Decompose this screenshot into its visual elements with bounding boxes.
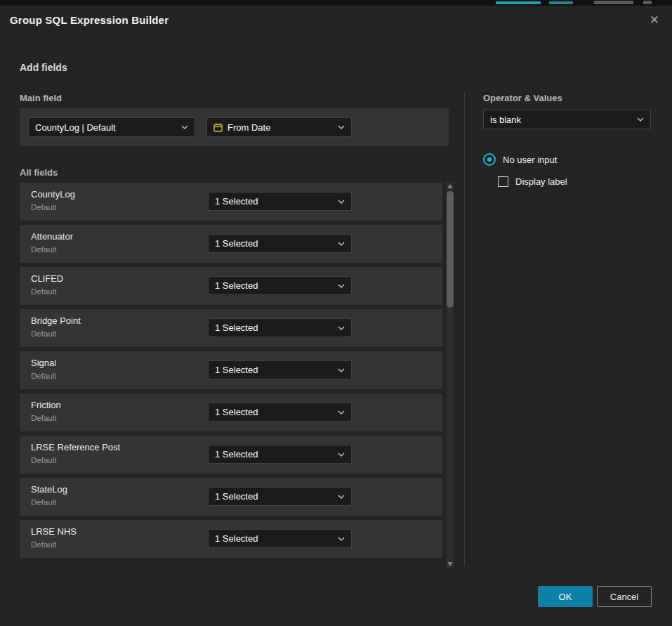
radio-selected-icon — [483, 153, 496, 166]
field-selected-dropdown[interactable]: 1 Selected — [208, 276, 352, 295]
field-name: Attenuator — [31, 231, 73, 242]
scroll-up-icon[interactable] — [447, 184, 453, 188]
field-selected-value: 1 Selected — [215, 449, 258, 459]
chevron-down-icon — [181, 125, 188, 129]
chevron-down-icon — [338, 537, 345, 541]
main-field-panel: CountyLog | Default From Date — [20, 108, 449, 146]
field-row-lrse-nhs[interactable]: LRSE NHS Default 1 Selected — [20, 520, 442, 558]
field-name: Signal — [31, 358, 56, 368]
field-subtitle: Default — [31, 456, 56, 464]
background-artifact — [643, 1, 652, 4]
field-subtitle: Default — [31, 540, 56, 549]
field-selected-dropdown[interactable]: 1 Selected — [208, 234, 352, 253]
background-artifact — [496, 1, 541, 4]
checkbox-unchecked-icon — [498, 176, 508, 187]
field-selected-value: 1 Selected — [215, 238, 258, 249]
chevron-down-icon — [338, 242, 345, 246]
group-sql-expression-builder-dialog: Group SQL Expression Builder ✕ Add field… — [0, 6, 672, 626]
scrollbar-thumb[interactable] — [447, 191, 454, 308]
scroll-down-icon[interactable] — [447, 562, 453, 566]
field-row-lrse-reference-post[interactable]: LRSE Reference Post Default 1 Selected — [20, 436, 442, 474]
main-field-label: Main field — [20, 93, 62, 103]
cancel-button[interactable]: Cancel — [597, 586, 652, 607]
field-selected-value: 1 Selected — [215, 533, 258, 544]
operator-value: is blank — [490, 115, 521, 125]
chevron-down-icon — [338, 326, 345, 330]
main-field-date-dropdown[interactable]: From Date — [206, 117, 352, 137]
field-row-clifed[interactable]: CLIFED Default 1 Selected — [20, 267, 442, 305]
chevron-down-icon — [338, 284, 345, 288]
field-subtitle: Default — [31, 414, 56, 422]
field-subtitle: Default — [31, 245, 56, 254]
field-selected-dropdown[interactable]: 1 Selected — [208, 487, 352, 506]
chevron-down-icon — [338, 495, 345, 499]
field-subtitle: Default — [31, 372, 56, 380]
add-fields-heading: Add fields — [20, 62, 67, 73]
field-selected-dropdown[interactable]: 1 Selected — [208, 360, 352, 379]
field-selected-value: 1 Selected — [215, 322, 258, 333]
field-name: StateLog — [31, 484, 67, 495]
field-name: CLIFED — [31, 273, 63, 284]
chevron-down-icon — [338, 125, 345, 129]
field-selected-value: 1 Selected — [215, 196, 258, 207]
main-field-date-value: From Date — [228, 122, 270, 133]
field-name: LRSE NHS — [31, 526, 77, 537]
background-artifact — [549, 1, 573, 4]
dialog-header: Group SQL Expression Builder ✕ — [0, 6, 672, 35]
field-selected-dropdown[interactable]: 1 Selected — [208, 318, 352, 337]
chevron-down-icon — [338, 368, 345, 372]
dialog-title: Group SQL Expression Builder — [10, 14, 169, 26]
display-label-checkbox[interactable]: Display label — [498, 176, 567, 187]
close-icon[interactable]: ✕ — [647, 11, 662, 29]
fields-scrollbar[interactable] — [447, 183, 454, 568]
no-user-input-label: No user input — [503, 155, 557, 165]
field-selected-dropdown[interactable]: 1 Selected — [208, 529, 352, 548]
chevron-down-icon — [637, 117, 644, 122]
background-app-strip — [0, 0, 672, 6]
field-name: Friction — [31, 400, 61, 410]
field-subtitle: Default — [31, 330, 56, 338]
operator-dropdown[interactable]: is blank — [483, 110, 651, 129]
main-field-source-value: CountyLog | Default — [35, 122, 116, 133]
field-name: LRSE Reference Post — [31, 442, 120, 452]
field-subtitle: Default — [31, 203, 56, 211]
field-subtitle: Default — [31, 287, 56, 296]
field-selected-value: 1 Selected — [215, 407, 258, 417]
display-label-label: Display label — [515, 176, 567, 187]
field-row-countylog[interactable]: CountyLog Default 1 Selected — [20, 183, 442, 221]
chevron-down-icon — [338, 452, 345, 457]
field-selected-value: 1 Selected — [215, 365, 258, 375]
ok-button[interactable]: OK — [538, 586, 593, 607]
field-row-signal[interactable]: Signal Default 1 Selected — [20, 351, 442, 389]
operator-values-label: Operator & Values — [483, 93, 562, 103]
background-artifact — [594, 1, 633, 4]
field-row-friction[interactable]: Friction Default 1 Selected — [20, 393, 442, 431]
field-row-attenuator[interactable]: Attenuator Default 1 Selected — [20, 225, 442, 263]
all-fields-label: All fields — [20, 167, 58, 178]
main-field-source-dropdown[interactable]: CountyLog | Default — [28, 117, 195, 137]
column-divider — [464, 91, 465, 566]
field-name: CountyLog — [31, 189, 75, 200]
field-name: Bridge Point — [31, 315, 81, 326]
field-subtitle: Default — [31, 498, 56, 507]
chevron-down-icon — [338, 410, 345, 415]
field-selected-value: 1 Selected — [215, 491, 258, 502]
field-selected-dropdown[interactable]: 1 Selected — [208, 445, 352, 464]
field-row-statelog[interactable]: StateLog Default 1 Selected — [20, 478, 442, 516]
all-fields-list: CountyLog Default 1 Selected Attenuator … — [20, 183, 442, 562]
calendar-icon — [213, 123, 223, 132]
field-selected-dropdown[interactable]: 1 Selected — [208, 403, 352, 422]
no-user-input-radio[interactable]: No user input — [483, 153, 557, 166]
field-selected-value: 1 Selected — [215, 280, 258, 291]
field-row-bridge-point[interactable]: Bridge Point Default 1 Selected — [20, 309, 442, 347]
chevron-down-icon — [338, 200, 345, 204]
field-selected-dropdown[interactable]: 1 Selected — [208, 192, 352, 211]
